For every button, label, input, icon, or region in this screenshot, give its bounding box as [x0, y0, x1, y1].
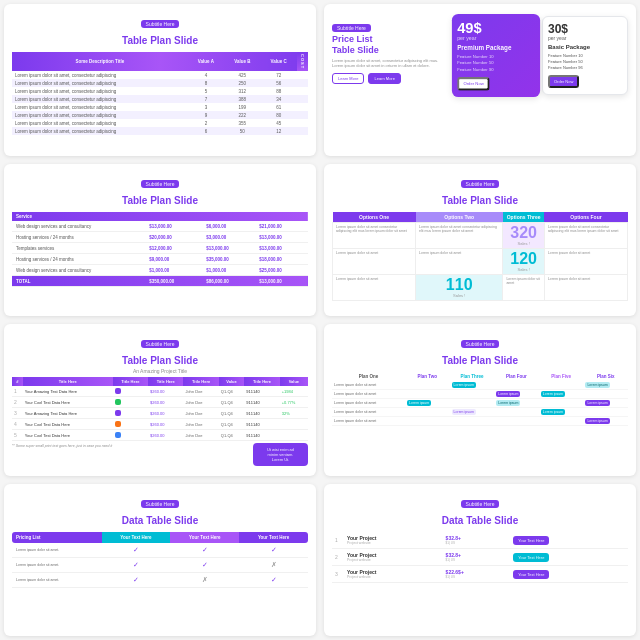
opt-1: Options One: [333, 212, 416, 223]
price-cards: 49$ per year Premium Package Feature Num…: [454, 16, 628, 95]
text-col-3: Your Text Here: [239, 532, 308, 543]
panel-data-table-2: Subtitle Here Data Table Slide 1 Your Pr…: [324, 484, 636, 636]
cross-icon: ✗: [202, 576, 208, 583]
plan-table: Plan OnePlan TwoPlan ThreePlan FourPlan …: [332, 372, 628, 426]
check-icon: ✓: [202, 546, 208, 553]
learn-more-btn-2[interactable]: Learn More: [368, 73, 400, 84]
badge-p3: Subtitle Here: [141, 180, 180, 188]
project-loc: $1( US: [446, 541, 508, 545]
basic-card: 30$ per year Basic Package Feature Numbe…: [542, 16, 628, 95]
plan-header-5: Plan Six: [583, 372, 628, 381]
table-row: 3 Your Project Project website $22.6$+ $…: [332, 566, 628, 583]
project-loc: $1( US: [446, 575, 508, 579]
table-row: Templates services$12,000.00$13,000.00$1…: [12, 243, 308, 254]
sales-label-3: Sales !: [419, 293, 499, 298]
check-icon: ✓: [202, 561, 208, 568]
opt-3: Options Three: [503, 212, 545, 223]
plan-header-1: Plan Two: [405, 372, 450, 381]
project-tag: Your Text Here: [513, 536, 549, 545]
title-p7: Data Table Slide: [122, 515, 199, 526]
table-row: Lorem ipsum dolor sit ametLorem ipsumLor…: [332, 399, 628, 408]
col3: [255, 212, 308, 221]
title-p6: Table Plan Slide: [442, 355, 518, 366]
basic-order-btn[interactable]: Order Now: [548, 75, 579, 88]
table-row: Lorem ipsum dolor sit amet, consectetur …: [12, 119, 308, 127]
basic-feature-3: Feature Number 96: [548, 65, 622, 70]
pricing-table: Service Web design services and consulta…: [12, 212, 308, 287]
table-row: 3Your Amazing Test Data Here $260.00John…: [12, 408, 308, 419]
panel-table-plan-1: Subtitle Here Table Plan Slide Some Desc…: [4, 4, 316, 156]
plan-header-3: Plan Four: [494, 372, 539, 381]
sales-label-1: Sales !: [506, 241, 541, 246]
title-p1: Table Plan Slide: [122, 35, 198, 46]
premium-period: per year: [457, 35, 535, 41]
table-plan-1: Some Description Title Value A Value B V…: [12, 52, 308, 135]
project-table: # Title Here Title Here Title Here Title…: [12, 377, 308, 441]
table-row: Lorem ipsum dolor sit amet consectetur a…: [333, 223, 628, 249]
table-row: Lorem ipsum dolor sit amet.✓✓✓: [12, 543, 308, 558]
total-row: TOTAL$350,000.00$86,000.00$13,000.00: [12, 276, 308, 287]
panel-plan-comparison: Subtitle Here Table Plan Slide Plan OneP…: [324, 324, 636, 476]
big-num-1: 320: [506, 225, 541, 241]
table-row: Lorem ipsum dolor sit ametLorem ipsumLor…: [332, 381, 628, 390]
table-row: Hosting services / 24 months$20,000.00$3…: [12, 232, 308, 243]
premium-feature-1: Feature Number 10: [457, 54, 535, 59]
badge-p7: Subtitle Here: [141, 500, 180, 508]
panel-table-plan-3: Subtitle Here Table Plan Slide Service W…: [4, 164, 316, 316]
badge-p2: Subtitle Here: [332, 24, 371, 32]
badge-p1: Subtitle Here: [141, 20, 180, 28]
service-col: Service: [12, 212, 145, 221]
check-icon: ✓: [271, 576, 277, 583]
col2: [202, 212, 255, 221]
check-icon: ✓: [271, 546, 277, 553]
price-list-buttons: Learn More Learn More: [332, 73, 448, 84]
table-row: Lorem ipsum dolor sit amet.✓✓✗: [12, 558, 308, 573]
table-row: Lorem ipsum dolor sit amet, consectetur …: [12, 79, 308, 87]
check-icon: ✓: [133, 561, 139, 568]
pricing-col: Pricing List: [12, 532, 102, 543]
project-loc: $1( US: [446, 558, 508, 562]
col-cost: COST: [297, 52, 308, 71]
table-row: Lorem ipsum dolor sit amet, consectetur …: [12, 111, 308, 119]
badge-p6: Subtitle Here: [461, 340, 500, 348]
table-row: 5Your Cool Test Data Here $260.00John Do…: [12, 430, 308, 441]
title-p8: Data Table Slide: [442, 515, 519, 526]
plan-header-4: Plan Five: [539, 372, 584, 381]
data-table-2: 1 Your Project Project website $32.8+ $1…: [332, 532, 628, 583]
table-row: 1 Your Project Project website $32.8+ $1…: [332, 532, 628, 549]
table-row: 2Your Cool Test Data Here $260.00John Do…: [12, 397, 308, 408]
table-row: Lorem ipsum dolor sit ametLorem ipsum: [332, 417, 628, 426]
table-row: Web design services and consultancy$13,0…: [12, 221, 308, 232]
project-sub: Project website: [347, 575, 440, 579]
learn-more-btn-1[interactable]: Learn More: [332, 73, 364, 84]
panel-project-table: Subtitle Here Table Plan Slide An Amazin…: [4, 324, 316, 476]
text-col-1: Your Text Here: [102, 532, 171, 543]
big-num-3: 110: [419, 277, 499, 293]
table-row: Lorem ipsum dolor sit amet, consectetur …: [12, 87, 308, 95]
table-row: Lorem ipsum dolor sit ametLorem ipsumLor…: [332, 408, 628, 417]
badge-p8: Subtitle Here: [461, 500, 500, 508]
table-row: Lorem ipsum dolor sit amet, consectetur …: [12, 95, 308, 103]
premium-order-btn[interactable]: Order Now: [457, 77, 490, 91]
premium-card: 49$ per year Premium Package Feature Num…: [452, 14, 540, 97]
table-row: Lorem ipsum dolor sit amet 110 Sales ! L…: [333, 275, 628, 301]
table-row: Lorem ipsum dolor sit amet, consectetur …: [12, 103, 308, 111]
col-val-c: Value C: [261, 52, 298, 71]
col1: [145, 212, 202, 221]
side-info-box: Ut wisi enim ad minim veniam. Lorem Ut.: [253, 443, 308, 466]
data-table-1: Pricing List Your Text Here Your Text He…: [12, 532, 308, 588]
check-icon: ✓: [133, 546, 139, 553]
premium-name: Premium Package: [457, 44, 535, 50]
basic-period: per year: [548, 35, 622, 41]
badge-p5: Subtitle Here: [141, 340, 180, 348]
plan-header-0: Plan One: [332, 372, 405, 381]
basic-price: 30$: [548, 23, 622, 35]
big-num-2: 120: [506, 251, 541, 267]
basic-feature-1: Feature Number 10: [548, 53, 622, 58]
table-row: 1Your Amazing Test Data Here $260.00John…: [12, 386, 308, 397]
title-p4: Table Plan Slide: [442, 195, 518, 206]
opt-2: Options Two: [416, 212, 503, 223]
price-list-left: Subtitle Here Price List Table Slide Lor…: [332, 16, 448, 84]
sales-label-2: Sales !: [506, 267, 541, 272]
project-sub: Project website: [347, 541, 440, 545]
